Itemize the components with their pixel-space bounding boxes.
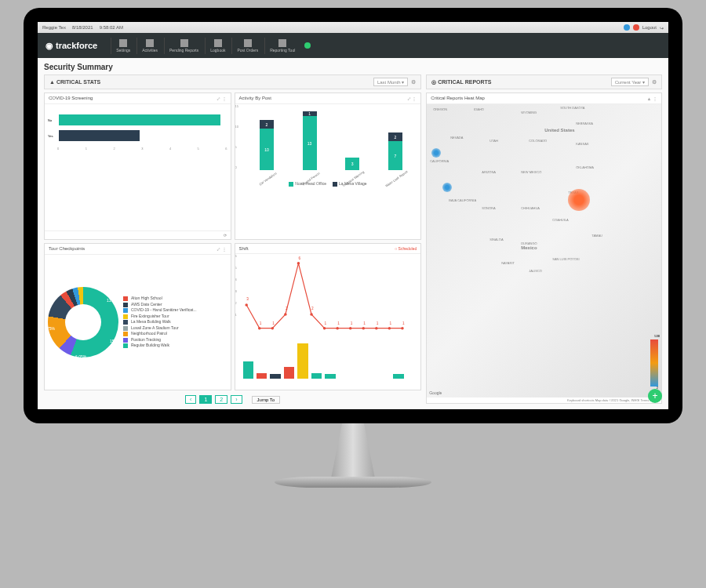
report-icon: [180, 39, 188, 47]
svg-point-7: [336, 327, 339, 330]
slice-label: 11.15%: [107, 298, 120, 303]
os-top-bar: Reggie Tex 8/18/2021 9:58:02 AM Logout ↪: [38, 22, 668, 33]
bar-no: [59, 114, 220, 125]
heatmap-body[interactable]: OREGON IDAHO WYOMING SOUTH DAKOTA NEVADA…: [427, 104, 661, 397]
nav-pending-reports[interactable]: Pending Reports: [164, 38, 203, 54]
clipboard-icon: [244, 39, 252, 47]
nav-logbook[interactable]: Logbook: [205, 38, 230, 54]
pagination: ‹ 1 2 › Jump To: [44, 395, 421, 404]
map-attribution: Keyboard shortcuts Map data ©2021 Google…: [427, 397, 661, 403]
card-shift: Shift○ Scheduled 654321 3622111111111: [235, 243, 422, 390]
svg-text:1: 1: [272, 321, 275, 325]
card-title: Critical Reports Heat Map: [431, 96, 485, 101]
shield-icon: ◉: [45, 41, 53, 51]
expand-icon[interactable]: ⤢ ⋮: [217, 246, 227, 252]
logout-link[interactable]: Logout: [642, 25, 657, 30]
panel-title: CRITICAL REPORTS: [438, 79, 491, 85]
page-title: Security Summary: [44, 63, 662, 71]
date-range-dropdown[interactable]: Last Month ▾: [373, 78, 408, 86]
tour-chart: 55.75% 6.05% 15.89% 11.15% Alton High Sc…: [45, 255, 231, 390]
prev-page-button[interactable]: ‹: [185, 395, 196, 404]
expand-icon[interactable]: ⤢ ⋮: [217, 96, 227, 101]
slice-label: 55.75%: [44, 326, 55, 331]
status-indicator: [304, 42, 311, 49]
card-heatmap: Critical Reports Heat Map▲ ⋮ OREGON IDAH…: [426, 93, 662, 404]
chart-icon: [278, 39, 286, 47]
jump-to-button[interactable]: Jump To: [252, 396, 281, 404]
svg-text:1: 1: [402, 321, 405, 325]
nav-label: Settings: [116, 48, 130, 53]
card-footer: ⟳: [45, 230, 231, 239]
nav-settings[interactable]: Settings: [111, 38, 135, 54]
globe-icon[interactable]: [624, 24, 630, 31]
gear-icon[interactable]: ⚙: [652, 79, 657, 85]
nav-activities[interactable]: Activities: [136, 38, 162, 54]
card-title: Tour Checkpoints: [49, 246, 85, 252]
svg-text:1: 1: [389, 321, 391, 325]
expand-icon[interactable]: ⤢ ⋮: [407, 96, 417, 101]
map-provider: Google: [429, 390, 442, 395]
nav-post-orders[interactable]: Post Orders: [231, 38, 263, 54]
svg-point-2: [271, 327, 274, 330]
main-nav: ◉ trackforce Settings Activities Pending…: [38, 33, 668, 58]
content-area: Security Summary ▲ CRITICAL STATS Last M…: [38, 58, 668, 409]
heat-point: [431, 148, 441, 158]
gear-icon: [119, 39, 127, 47]
next-page-button[interactable]: ›: [231, 395, 242, 404]
nav-label: Activities: [142, 48, 158, 53]
bar-label: Yes: [48, 134, 56, 138]
nav-reporting-tool[interactable]: Reporting Tool: [264, 38, 300, 54]
time: 9:58:02 AM: [100, 25, 123, 30]
svg-point-5: [310, 313, 313, 316]
book-icon: [214, 39, 222, 47]
svg-point-6: [322, 327, 326, 330]
card-title: COVID-19 Screening: [49, 96, 93, 101]
close-app-icon[interactable]: [633, 24, 639, 31]
svg-text:1: 1: [376, 321, 378, 325]
add-fab-button[interactable]: +: [648, 389, 662, 403]
warning-icon: ▲: [49, 79, 55, 85]
screen: Reggie Tex 8/18/2021 9:58:02 AM Logout ↪…: [38, 22, 668, 409]
gear-icon[interactable]: ⚙: [411, 79, 416, 85]
svg-point-12: [401, 327, 404, 330]
svg-text:1: 1: [259, 321, 261, 325]
panel-header-stats: ▲ CRITICAL STATS Last Month ▾ ⚙: [44, 74, 421, 89]
logout-icon[interactable]: ↪: [660, 25, 664, 31]
svg-point-0: [245, 303, 248, 307]
panel-header-reports: ◎ CRITICAL REPORTS Current Year ▾ ⚙: [426, 74, 662, 89]
svg-text:2: 2: [285, 307, 287, 310]
slice-label: 15.89%: [110, 339, 123, 343]
card-title: Activity By Post: [239, 96, 271, 101]
activity-icon: [146, 39, 154, 47]
brand-logo[interactable]: ◉ trackforce: [45, 41, 97, 51]
date-range-dropdown[interactable]: Current Year ▾: [611, 78, 649, 86]
shift-chart: 654321 3622111111111: [235, 254, 421, 390]
user-name: Reggie Tex: [42, 25, 66, 30]
card-title: Shift: [239, 246, 249, 251]
tour-legend: Alton High School AWS Data Center COVID-…: [123, 296, 197, 349]
svg-text:3: 3: [246, 297, 249, 301]
scheduled-line: 3622111111111: [235, 254, 421, 347]
date: 8/18/2021: [72, 25, 93, 30]
svg-point-9: [362, 327, 365, 330]
page-2-button[interactable]: 2: [215, 395, 227, 404]
nav-label: Pending Reports: [169, 48, 198, 53]
svg-point-4: [297, 262, 300, 265]
card-covid-screening: COVID-19 Screening⤢ ⋮ No Yes 0123456 ⟳: [44, 93, 231, 240]
expand-icon[interactable]: ▲ ⋮: [646, 96, 657, 101]
svg-point-10: [375, 327, 378, 330]
svg-text:1: 1: [324, 321, 326, 325]
nav-label: Reporting Tool: [270, 48, 295, 53]
svg-text:6: 6: [298, 256, 300, 260]
slice-label: 6.05%: [75, 354, 86, 359]
svg-point-3: [284, 313, 287, 316]
bar-label: No: [48, 118, 56, 122]
monitor-frame: Reggie Tex 8/18/2021 9:58:02 AM Logout ↪…: [24, 8, 682, 423]
page-1-button[interactable]: 1: [199, 395, 212, 404]
heat-scale: [650, 339, 658, 387]
heat-point: [568, 189, 590, 211]
brand-text: trackforce: [56, 41, 97, 50]
card-activity-by-post: Activity By Post⤢ ⋮ 151050 102Car Vandal…: [235, 93, 422, 240]
critical-stats-panel: ▲ CRITICAL STATS Last Month ▾ ⚙ COVID-19…: [44, 74, 421, 404]
activity-chart: 151050 102Car Vandalism 131Injured Perso…: [235, 104, 421, 239]
